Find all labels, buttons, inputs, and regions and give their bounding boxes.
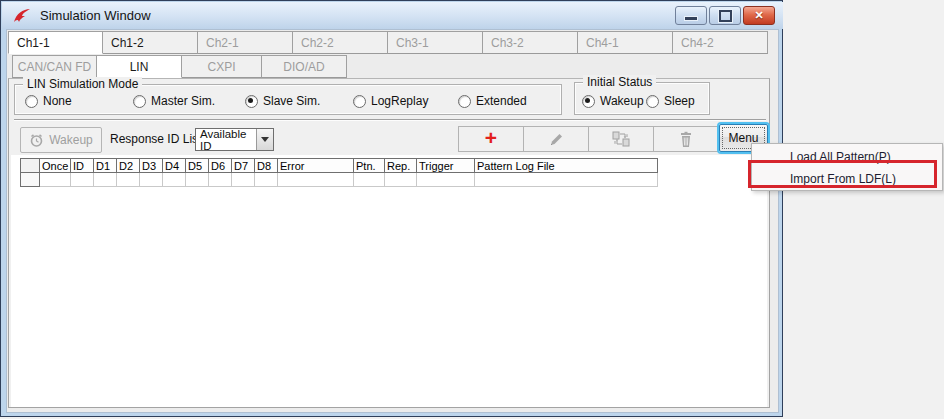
minimize-button[interactable] xyxy=(675,6,707,25)
close-button[interactable]: ✕ xyxy=(743,6,775,25)
response-id-combobox[interactable]: Available ID xyxy=(195,128,274,151)
radio-wakeup[interactable]: Wakeup xyxy=(582,94,644,108)
cell-id[interactable] xyxy=(71,173,94,187)
cell-rep[interactable] xyxy=(385,173,417,187)
menu-item-import-from-ldf[interactable]: Import From LDF(L) xyxy=(752,168,942,190)
tab-lin[interactable]: LIN xyxy=(97,55,182,78)
cell-pattern-log-file[interactable] xyxy=(475,173,658,187)
radio-circle xyxy=(133,95,146,108)
wakeup-button-label: Wakeup xyxy=(49,133,93,147)
radio-logreplay[interactable]: LogReplay xyxy=(353,94,428,108)
wakeup-button[interactable]: Wakeup xyxy=(20,127,102,153)
radio-slave-sim[interactable]: Slave Sim. xyxy=(245,94,320,108)
cell-d6[interactable] xyxy=(209,173,232,187)
group-title: Initial Status xyxy=(583,75,656,89)
cell-d3[interactable] xyxy=(140,173,163,187)
cell-once[interactable] xyxy=(40,173,71,187)
radio-label: Wakeup xyxy=(600,94,644,108)
protocol-tab-strip: CAN/CAN FD LIN CXPI DIO/AD xyxy=(12,55,347,78)
maximize-icon xyxy=(719,10,732,22)
cell-error[interactable] xyxy=(278,173,354,187)
col-row-selector xyxy=(20,158,40,173)
alarm-clock-icon xyxy=(29,133,44,148)
tab-dio-ad: DIO/AD xyxy=(262,55,347,78)
caption-buttons: ✕ xyxy=(675,6,775,25)
maximize-button[interactable] xyxy=(709,6,741,25)
radio-none[interactable]: None xyxy=(25,94,72,108)
transfer-pattern-icon xyxy=(612,131,630,147)
tab-label: Ch3-1 xyxy=(396,36,429,50)
tab-label: Ch1-1 xyxy=(17,36,50,50)
pattern-table[interactable]: Once ID D1 D2 D3 D4 D5 D6 D7 D8 Error Pt… xyxy=(20,158,658,187)
tab-ch1-1[interactable]: Ch1-1 xyxy=(8,31,103,54)
radio-master-sim[interactable]: Master Sim. xyxy=(133,94,215,108)
title-bar[interactable]: Simulation Window ✕ xyxy=(2,2,783,29)
cell-d5[interactable] xyxy=(186,173,209,187)
transfer-pattern-button xyxy=(588,126,654,152)
menu-dropdown: Load All Pattern(P) Import From LDF(L) xyxy=(751,143,943,191)
close-icon: ✕ xyxy=(754,9,763,22)
tab-ch1-2[interactable]: Ch1-2 xyxy=(103,31,198,54)
cell-d2[interactable] xyxy=(117,173,140,187)
edit-pencil-icon xyxy=(548,131,565,148)
cell-d1[interactable] xyxy=(94,173,117,187)
col-error: Error xyxy=(278,158,354,173)
row-selector-cell[interactable] xyxy=(20,173,40,187)
tab-label: Ch4-1 xyxy=(586,36,619,50)
combobox-dropdown-button[interactable] xyxy=(256,129,273,150)
radio-label: Sleep xyxy=(664,94,695,108)
tab-label: CXPI xyxy=(207,60,235,74)
add-pattern-button[interactable]: + xyxy=(458,126,524,152)
channel-tab-strip: Ch1-1 Ch1-2 Ch2-1 Ch2-2 Ch3-1 Ch3-2 Ch4-… xyxy=(8,31,768,54)
radio-label: Master Sim. xyxy=(151,94,215,108)
add-icon: + xyxy=(485,129,497,147)
cell-trigger[interactable] xyxy=(417,173,475,187)
app-logo-icon xyxy=(12,7,32,25)
tab-ch4-2: Ch4-2 xyxy=(673,31,768,54)
tab-label: Ch4-2 xyxy=(681,36,714,50)
tab-ch2-1: Ch2-1 xyxy=(198,31,293,54)
radio-label: Extended xyxy=(476,94,527,108)
radio-extended[interactable]: Extended xyxy=(458,94,527,108)
tab-ch4-1: Ch4-1 xyxy=(578,31,673,54)
cell-d7[interactable] xyxy=(232,173,255,187)
tab-ch2-2: Ch2-2 xyxy=(293,31,388,54)
col-d3: D3 xyxy=(140,158,163,173)
radio-circle-checked xyxy=(245,95,258,108)
tab-ch3-1: Ch3-1 xyxy=(388,31,483,54)
window-title: Simulation Window xyxy=(40,8,151,23)
radio-label: Slave Sim. xyxy=(263,94,320,108)
col-d1: D1 xyxy=(94,158,117,173)
toolbar-separator xyxy=(14,119,766,121)
tab-label: Ch2-2 xyxy=(301,36,334,50)
tab-label: LIN xyxy=(130,60,149,74)
menu-item-load-all-pattern[interactable]: Load All Pattern(P) xyxy=(752,146,942,168)
tab-label: Ch1-2 xyxy=(111,36,144,50)
edit-pattern-button xyxy=(523,126,589,152)
delete-pattern-button xyxy=(653,126,719,152)
col-d8: D8 xyxy=(255,158,278,173)
chevron-down-icon xyxy=(261,137,269,142)
col-rep: Rep. xyxy=(385,158,417,173)
radio-circle xyxy=(25,95,38,108)
screenshot-root: { "window": { "title": "Simulation Windo… xyxy=(0,0,944,419)
cell-d8[interactable] xyxy=(255,173,278,187)
cell-d4[interactable] xyxy=(163,173,186,187)
radio-sleep[interactable]: Sleep xyxy=(646,94,695,108)
combobox-value: Available ID xyxy=(196,128,256,152)
tab-label: CAN/CAN FD xyxy=(18,60,91,74)
pattern-list-area xyxy=(11,155,767,407)
radio-circle xyxy=(353,95,366,108)
col-d7: D7 xyxy=(232,158,255,173)
tab-label: DIO/AD xyxy=(283,60,324,74)
col-d4: D4 xyxy=(163,158,186,173)
col-d2: D2 xyxy=(117,158,140,173)
col-d6: D6 xyxy=(209,158,232,173)
response-id-list-label: Response ID List xyxy=(110,132,201,146)
cell-ptn[interactable] xyxy=(354,173,385,187)
tab-cxpi: CXPI xyxy=(182,55,262,78)
radio-circle xyxy=(646,95,659,108)
tab-label: Ch3-2 xyxy=(491,36,524,50)
tab-label: Ch2-1 xyxy=(206,36,239,50)
table-row[interactable] xyxy=(20,173,658,187)
